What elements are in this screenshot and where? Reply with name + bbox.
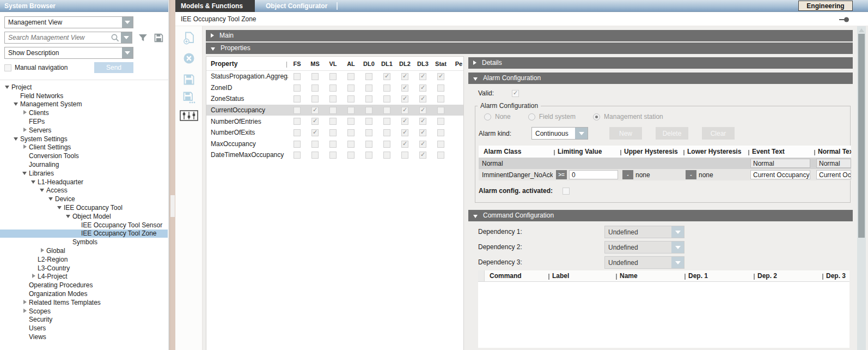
splitter-handle[interactable]: [170, 195, 175, 217]
checked-checkbox[interactable]: [311, 129, 319, 136]
unchecked-checkbox[interactable]: [383, 118, 390, 125]
tree-item-journaling[interactable]: Journaling: [0, 160, 168, 169]
checked-checkbox[interactable]: [419, 85, 426, 92]
property-row[interactable]: ZoneID: [206, 82, 463, 94]
property-row[interactable]: MaxOccupancy: [206, 138, 463, 150]
operator-badge[interactable]: -: [622, 170, 633, 179]
checked-checkbox[interactable]: [437, 73, 444, 80]
expand-arrow-icon[interactable]: [22, 309, 29, 314]
collapse-arrow-icon[interactable]: [13, 136, 20, 142]
unchecked-checkbox[interactable]: [311, 73, 319, 80]
unchecked-checkbox[interactable]: [437, 107, 444, 114]
checked-checkbox[interactable]: [419, 95, 426, 102]
tree-item-related-items-templates[interactable]: Related Items Templates: [0, 298, 168, 307]
unchecked-checkbox[interactable]: [329, 141, 337, 148]
tree-item-project[interactable]: Project: [0, 83, 168, 92]
checked-checkbox[interactable]: [401, 141, 408, 148]
tree-item-management-system[interactable]: Management System: [0, 100, 168, 109]
checked-checkbox[interactable]: [419, 129, 426, 136]
unchecked-checkbox[interactable]: [401, 152, 408, 159]
unchecked-checkbox[interactable]: [294, 95, 301, 102]
unchecked-checkbox[interactable]: [347, 118, 354, 125]
tree-item-field-networks[interactable]: Field Networks: [0, 92, 168, 100]
chevron-down-icon[interactable]: [122, 47, 133, 58]
unchecked-checkbox[interactable]: [329, 85, 337, 92]
search-dropdown-icon[interactable]: [121, 32, 132, 43]
collapse-arrow-icon[interactable]: [4, 85, 11, 90]
sliders-icon[interactable]: [175, 108, 203, 123]
unchecked-checkbox[interactable]: [329, 107, 337, 114]
collapse-arrow-icon[interactable]: [48, 196, 55, 202]
property-row[interactable]: StatusPropagation.Aggregate: [206, 71, 463, 82]
expand-arrow-icon[interactable]: [30, 274, 38, 279]
unchecked-checkbox[interactable]: [383, 141, 390, 148]
alarm-config-activated-checkbox[interactable]: [563, 188, 570, 195]
section-main-header[interactable]: Main: [206, 30, 853, 41]
valid-checkbox[interactable]: [512, 90, 519, 97]
unchecked-checkbox[interactable]: [365, 129, 372, 136]
tree-item-libraries[interactable]: Libraries: [0, 169, 168, 178]
unchecked-checkbox[interactable]: [383, 95, 390, 102]
unchecked-checkbox[interactable]: [311, 141, 319, 148]
alarm-text-input[interactable]: Current Occupancy Exceeded: [750, 170, 810, 179]
alarm-table-row[interactable]: ImminentDanger_NoAck>=0-none-noneCurrent…: [479, 169, 851, 180]
checked-checkbox[interactable]: [419, 73, 426, 80]
save-as-icon[interactable]: [175, 90, 203, 105]
save-icon[interactable]: [175, 72, 203, 87]
expand-arrow-icon[interactable]: [39, 248, 46, 254]
tree-item-client-settings[interactable]: Client Settings: [0, 143, 168, 152]
unchecked-checkbox[interactable]: [329, 95, 337, 102]
unchecked-checkbox[interactable]: [294, 118, 301, 125]
new-button[interactable]: New: [609, 127, 642, 140]
radio-option-none[interactable]: None: [484, 113, 511, 120]
tree-item-views[interactable]: Views: [0, 333, 168, 341]
collapse-arrow-icon[interactable]: [22, 171, 29, 176]
unchecked-checkbox[interactable]: [294, 141, 301, 148]
tab-object-configurator[interactable]: Object Configurator: [260, 0, 327, 12]
checked-checkbox[interactable]: [419, 118, 426, 125]
tree-item-l3-country[interactable]: L3-Country: [0, 264, 168, 273]
unchecked-checkbox[interactable]: [437, 129, 444, 136]
unchecked-checkbox[interactable]: [347, 85, 354, 92]
description-selector[interactable]: Show Description: [4, 47, 133, 59]
unchecked-checkbox[interactable]: [437, 118, 444, 125]
operator-badge[interactable]: -: [686, 170, 696, 179]
tree-item-l2-region[interactable]: L2-Region: [0, 255, 168, 264]
panel-splitter[interactable]: [169, 0, 175, 350]
unchecked-checkbox[interactable]: [294, 152, 301, 159]
tree-item-object-model[interactable]: Object Model: [0, 212, 168, 221]
tree-item-organization-modes[interactable]: Organization Modes: [0, 289, 168, 298]
section-command-header[interactable]: Command Configuration: [468, 210, 853, 221]
unchecked-checkbox[interactable]: [347, 129, 354, 136]
vertical-scrollbar[interactable]: [857, 26, 866, 350]
unchecked-checkbox[interactable]: [365, 95, 372, 102]
delete-icon[interactable]: [175, 51, 203, 66]
tab-models-functions[interactable]: Models & Functions: [175, 0, 255, 12]
unchecked-checkbox[interactable]: [437, 85, 444, 92]
unchecked-checkbox[interactable]: [329, 118, 337, 125]
tree-item-feps[interactable]: FEPs: [0, 117, 168, 126]
chevron-down-icon[interactable]: [671, 226, 684, 238]
unchecked-checkbox[interactable]: [347, 73, 354, 80]
unchecked-checkbox[interactable]: [347, 141, 354, 148]
alarm-kind-dropdown[interactable]: Continuous: [531, 127, 588, 140]
search-input[interactable]: [5, 32, 111, 43]
section-alarm-header[interactable]: Alarm Configuration: [468, 73, 853, 84]
unchecked-checkbox[interactable]: [329, 73, 337, 80]
pin-icon[interactable]: [839, 16, 849, 23]
alarm-text-input[interactable]: Normal: [750, 159, 810, 168]
radio-option-management-station[interactable]: Management station: [593, 113, 663, 120]
alarm-table-row[interactable]: NormalNormalNormal: [479, 158, 851, 169]
collapse-arrow-icon[interactable]: [65, 214, 72, 219]
unchecked-checkbox[interactable]: [311, 152, 319, 159]
unchecked-checkbox[interactable]: [294, 107, 301, 114]
alarm-text-input[interactable]: Current Occupancy: [816, 170, 851, 179]
chevron-down-icon[interactable]: [122, 17, 133, 28]
scrollbar-thumb[interactable]: [858, 34, 865, 238]
checked-checkbox[interactable]: [401, 85, 408, 92]
unchecked-checkbox[interactable]: [294, 85, 301, 92]
unchecked-checkbox[interactable]: [437, 152, 444, 159]
property-row[interactable]: ZoneStatus: [206, 93, 463, 105]
clear-button[interactable]: Clear: [702, 127, 735, 140]
tree-item-iee-occupancy-tool-sensor[interactable]: IEE Occupancy Tool Sensor: [0, 221, 168, 230]
